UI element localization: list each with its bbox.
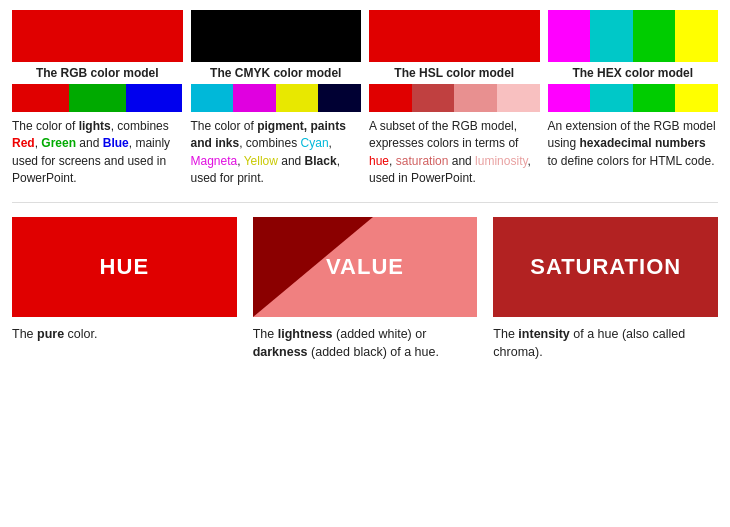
cmyk-strips (191, 84, 362, 112)
hex-strip-3 (633, 84, 676, 112)
saturation-desc: The intensity of a hue (also called chro… (493, 325, 718, 363)
cmyk-title: The CMYK color model (191, 66, 362, 80)
cmyk-desc: The color of pigment, paints and inks, c… (191, 118, 362, 188)
hex-large-swatch (548, 10, 719, 62)
saturation-label: SATURATION (530, 254, 681, 280)
hex-large-strip-3 (633, 10, 676, 62)
hex-large-strip-2 (590, 10, 633, 62)
hex-strips (548, 84, 719, 112)
rgb-strip-green (69, 84, 126, 112)
hsl-strip-1 (369, 84, 412, 112)
saturation-card: SATURATION The intensity of a hue (also … (493, 217, 718, 363)
cmyk-large-swatch (191, 10, 362, 62)
hsl-large-swatch (369, 10, 540, 62)
rgb-desc: The color of lights, combines Red, Green… (12, 118, 183, 188)
hsl-desc: A subset of the RGB model, expresses col… (369, 118, 540, 188)
rgb-large-swatch (12, 10, 183, 62)
hsl-title: The HSL color model (369, 66, 540, 80)
hsl-strip-3 (454, 84, 497, 112)
cmyk-strip-yellow (276, 84, 319, 112)
hex-desc: An extension of the RGB model using hexa… (548, 118, 719, 170)
hex-large-strip-4 (675, 10, 718, 62)
hue-label: HUE (100, 254, 149, 280)
hex-large-strip-1 (548, 10, 591, 62)
hex-title: The HEX color model (548, 66, 719, 80)
bottom-section: HUE The pure color. VALUE The lightness … (12, 217, 718, 363)
value-swatch: VALUE (253, 217, 478, 317)
hue-card: HUE The pure color. (12, 217, 237, 363)
rgb-title: The RGB color model (12, 66, 183, 80)
hue-desc: The pure color. (12, 325, 237, 344)
cmyk-strip-magenta (233, 84, 276, 112)
hsl-card: The HSL color model A subset of the RGB … (369, 10, 540, 188)
hex-strip-4 (675, 84, 718, 112)
hue-swatch: HUE (12, 217, 237, 317)
hex-strip-1 (548, 84, 591, 112)
cmyk-strip-black (318, 84, 361, 112)
value-desc: The lightness (added white) or darkness … (253, 325, 478, 363)
hsl-strip-4 (497, 84, 540, 112)
section-divider (12, 202, 718, 203)
rgb-strips (12, 84, 183, 112)
value-card: VALUE The lightness (added white) or dar… (253, 217, 478, 363)
hsl-strip-2 (412, 84, 455, 112)
cmyk-strip-cyan (191, 84, 234, 112)
rgb-card: The RGB color model The color of lights,… (12, 10, 183, 188)
top-section: The RGB color model The color of lights,… (12, 10, 718, 188)
rgb-strip-red (12, 84, 69, 112)
value-label: VALUE (326, 254, 404, 280)
cmyk-card: The CMYK color model The color of pigmen… (191, 10, 362, 188)
hsl-strips (369, 84, 540, 112)
hex-strip-2 (590, 84, 633, 112)
saturation-swatch: SATURATION (493, 217, 718, 317)
rgb-strip-blue (126, 84, 183, 112)
hex-card: The HEX color model An extension of the … (548, 10, 719, 188)
